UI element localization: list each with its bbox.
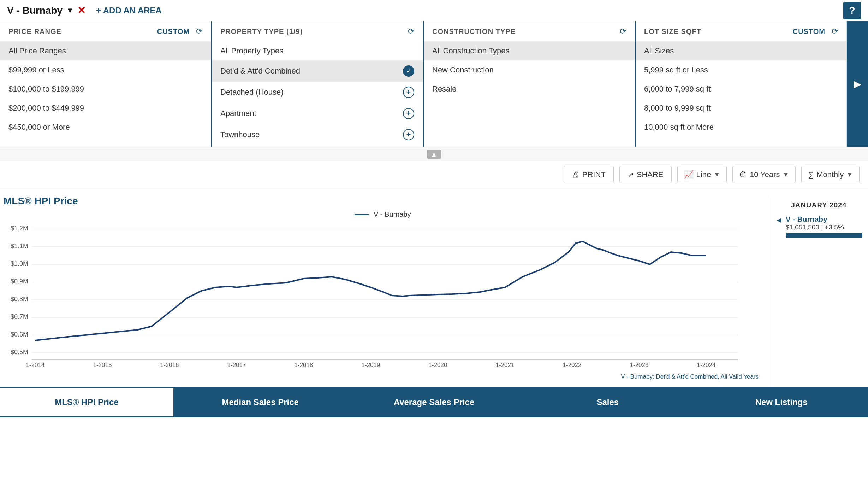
print-icon: 🖨 (572, 170, 579, 179)
expand-panel[interactable]: ▶ (847, 21, 868, 147)
sidebar-area-value: $1,051,500 | +3.5% (786, 223, 862, 231)
price-option-99k[interactable]: $99,999 or Less (0, 60, 211, 80)
prop-option-apartment-plus[interactable]: + (403, 108, 414, 119)
line-dropdown[interactable]: 📈 Line ▼ (677, 166, 727, 183)
filter-panels: PRICE RANGE CUSTOM ⟳ All Price Ranges $9… (0, 21, 868, 147)
price-range-custom[interactable]: CUSTOM (157, 28, 190, 36)
svg-text:$1.0M: $1.0M (11, 260, 28, 267)
legend-line (355, 214, 369, 215)
tab-new-listings[interactable]: New Listings (695, 388, 868, 417)
prop-option-detatt[interactable]: Det'd & Att'd Combined ✓ (212, 60, 423, 82)
svg-text:$0.7M: $0.7M (11, 313, 28, 320)
property-type-reset-icon[interactable]: ⟳ (408, 27, 414, 36)
chart-footnote: V - Burnaby: Det'd & Att'd Combined, All… (4, 373, 762, 380)
price-option-450k-plus-label: $450,000 or More (8, 123, 70, 132)
chart-toolbar: 🖨 PRINT ↗ SHARE 📈 Line ▼ ⏱ 10 Years ▼ ∑ … (0, 161, 868, 188)
svg-text:1-2019: 1-2019 (362, 362, 380, 368)
price-range-reset-icon[interactable]: ⟳ (196, 27, 202, 36)
line-label: Line (696, 170, 711, 179)
price-option-200k-449k[interactable]: $200,000 to $449,999 (0, 99, 211, 118)
bottom-tabs: MLS® HPI Price Median Sales Price Averag… (0, 387, 868, 417)
sidebar-area-item: ◄ V - Burnaby $1,051,500 | +3.5% (775, 215, 862, 238)
prop-option-apartment[interactable]: Apartment + (212, 103, 423, 124)
prop-option-townhouse[interactable]: Townhouse + (212, 124, 423, 145)
prop-option-apartment-label: Apartment (220, 109, 256, 118)
share-icon: ↗ (628, 170, 634, 179)
share-button[interactable]: ↗ SHARE (619, 166, 672, 183)
chart-area: MLS® HPI Price V - Burnaby $1.2M (0, 188, 868, 387)
sigma-icon: ∑ (808, 170, 814, 179)
svg-text:1-2014: 1-2014 (26, 362, 45, 368)
sidebar-area-bar (786, 233, 862, 238)
lot-option-10000-plus[interactable]: 10,000 sq ft or More (636, 118, 846, 137)
prop-option-detached-label: Detached (House) (220, 88, 284, 97)
price-option-450k-plus[interactable]: $450,000 or More (0, 118, 211, 137)
lot-size-custom[interactable]: CUSTOM (793, 28, 825, 36)
print-button[interactable]: 🖨 PRINT (564, 166, 614, 183)
line-dropdown-arrow: ▼ (714, 171, 720, 179)
expand-icon: ▶ (854, 78, 861, 90)
prop-option-all[interactable]: All Property Types (212, 41, 423, 60)
lot-option-8000-9999[interactable]: 8,000 to 9,999 sq ft (636, 99, 846, 118)
const-option-resale[interactable]: Resale (424, 80, 635, 99)
prop-option-detached[interactable]: Detached (House) + (212, 82, 423, 103)
const-option-new-label: New Construction (432, 65, 494, 75)
price-range-options: All Price Ranges $99,999 or Less $100,00… (0, 40, 211, 138)
property-type-title: PROPERTY TYPE (1/9) (220, 28, 303, 36)
svg-text:$0.5M: $0.5M (11, 349, 28, 356)
const-option-all[interactable]: All Construction Types (424, 41, 635, 60)
price-option-99k-label: $99,999 or Less (8, 65, 64, 75)
area-selector[interactable]: V - Burnaby ▼ ✕ (7, 5, 85, 16)
chart-svg-container: $1.2M $1.1M $1.0M $0.9M $0.8M $0.7M $0.6… (4, 222, 762, 372)
construction-type-reset-icon[interactable]: ⟳ (620, 27, 626, 36)
tab-mls-hpi[interactable]: MLS® HPI Price (0, 388, 174, 417)
monthly-dropdown-arrow: ▼ (846, 171, 853, 179)
lot-option-8000-9999-label: 8,000 to 9,999 sq ft (644, 104, 711, 113)
area-close-button[interactable]: ✕ (77, 5, 85, 16)
legend-label: V - Burnaby (374, 210, 411, 218)
lot-option-all[interactable]: All Sizes (636, 41, 846, 60)
tab-median-sales[interactable]: Median Sales Price (174, 388, 347, 417)
tab-median-sales-label: Median Sales Price (222, 397, 298, 407)
tab-avg-sales[interactable]: Average Sales Price (347, 388, 521, 417)
lot-size-options: All Sizes 5,999 sq ft or Less 6,000 to 7… (636, 40, 846, 138)
lot-option-6000-7999[interactable]: 6,000 to 7,999 sq ft (636, 80, 846, 99)
price-range-panel: PRICE RANGE CUSTOM ⟳ All Price Ranges $9… (0, 21, 211, 147)
tab-sales[interactable]: Sales (521, 388, 695, 417)
price-option-100k-199k[interactable]: $100,000 to $199,999 (0, 80, 211, 99)
svg-text:1-2023: 1-2023 (630, 362, 649, 368)
share-label: SHARE (637, 170, 664, 179)
chart-collapse-button[interactable]: ▲ (427, 150, 441, 159)
hpi-chart-svg: $1.2M $1.1M $1.0M $0.9M $0.8M $0.7M $0.6… (4, 222, 745, 370)
tab-sales-label: Sales (596, 397, 619, 407)
prop-option-all-label: All Property Types (220, 46, 283, 55)
lot-option-all-label: All Sizes (644, 46, 674, 55)
chart-legend: V - Burnaby (4, 210, 762, 218)
const-option-new[interactable]: New Construction (424, 60, 635, 80)
prop-option-detatt-label: Det'd & Att'd Combined (220, 66, 300, 76)
monthly-dropdown[interactable]: ∑ Monthly ▼ (801, 166, 860, 183)
property-type-panel: PROPERTY TYPE (1/9) ⟳ All Property Types… (212, 21, 423, 147)
prop-option-detached-plus[interactable]: + (403, 87, 414, 98)
add-area-button[interactable]: + ADD AN AREA (96, 6, 162, 16)
prop-option-townhouse-plus[interactable]: + (403, 129, 414, 140)
monthly-label: Monthly (816, 170, 844, 179)
area-name: V - Burnaby (7, 5, 63, 16)
svg-text:$1.2M: $1.2M (11, 225, 28, 232)
price-option-100k-199k-label: $100,000 to $199,999 (8, 84, 84, 94)
sidebar-area-name: V - Burnaby (786, 215, 862, 223)
help-button[interactable]: ? (843, 2, 861, 19)
tab-new-listings-label: New Listings (755, 397, 808, 407)
lot-size-reset-icon[interactable]: ⟳ (832, 27, 838, 36)
area-dropdown-arrow[interactable]: ▼ (66, 6, 74, 15)
lot-size-header: LOT SIZE SQFT CUSTOM ⟳ (636, 21, 846, 40)
svg-text:1-2018: 1-2018 (295, 362, 313, 368)
years-clock-icon: ⏱ (739, 170, 747, 179)
price-option-all-label: All Price Ranges (8, 46, 66, 55)
construction-type-options: All Construction Types New Construction … (424, 40, 635, 100)
construction-type-panel: CONSTRUCTION TYPE ⟳ All Construction Typ… (424, 21, 635, 147)
lot-option-5999[interactable]: 5,999 sq ft or Less (636, 60, 846, 80)
construction-type-header: CONSTRUCTION TYPE ⟳ (424, 21, 635, 40)
years-dropdown[interactable]: ⏱ 10 Years ▼ (732, 166, 796, 183)
price-option-all[interactable]: All Price Ranges (0, 41, 211, 60)
